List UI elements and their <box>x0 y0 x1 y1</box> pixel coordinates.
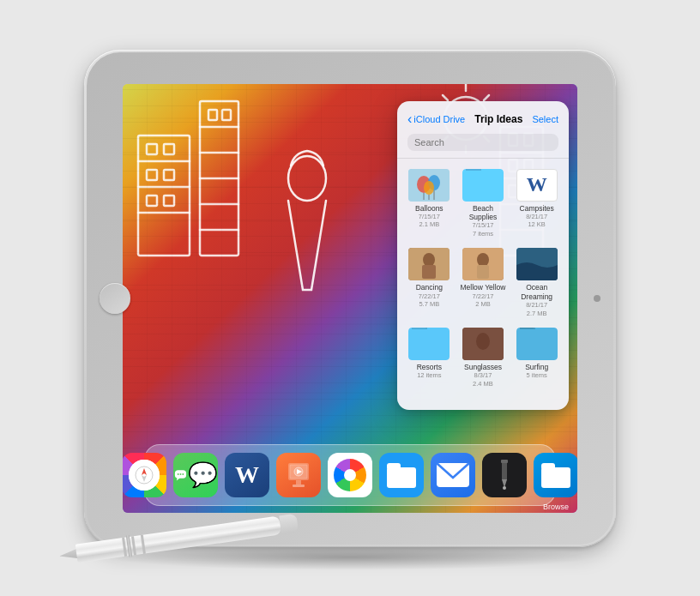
panel-header: iCloud Drive Trip Ideas Select <box>397 101 569 159</box>
sunglasses-name: Sunglasses <box>464 363 502 371</box>
svg-rect-60 <box>296 480 301 485</box>
photos-icon[interactable] <box>328 453 372 497</box>
balloons-thumb <box>408 169 450 202</box>
files-icon[interactable] <box>379 453 424 497</box>
files-app[interactable] <box>379 453 424 497</box>
surfing-name: Surfing <box>525 363 548 371</box>
file-item-resorts[interactable]: Resorts 12 items <box>404 324 455 392</box>
word-icon[interactable]: W <box>225 453 269 497</box>
mellow-name: Mellow Yellow <box>461 283 506 292</box>
ocean-thumb <box>516 248 558 280</box>
svg-rect-69 <box>501 460 508 463</box>
svg-point-56 <box>180 473 182 475</box>
browse-app[interactable]: Browse <box>534 453 577 497</box>
svg-rect-71 <box>541 467 570 488</box>
mellow-size: 2 MB <box>475 300 491 309</box>
svg-point-57 <box>182 473 184 475</box>
word-app[interactable]: W <box>225 453 269 497</box>
file-item-mellow-yellow[interactable]: Mellow Yellow 7/22/17 2 MB <box>458 244 509 321</box>
svg-point-55 <box>178 473 179 475</box>
beach-supplies-icon <box>462 169 504 202</box>
ocean-name: Ocean Dreaming <box>513 283 560 300</box>
svg-marker-51 <box>142 468 147 475</box>
surfing-icon <box>516 328 558 360</box>
ocean-size: 2.7 MB <box>527 310 547 318</box>
home-button[interactable] <box>100 283 130 314</box>
balloons-size: 2.1 MB <box>419 220 439 229</box>
ink-app[interactable] <box>482 453 527 497</box>
svg-point-84 <box>477 253 489 267</box>
svg-rect-85 <box>477 265 489 279</box>
ipad-screen: W <box>123 84 577 513</box>
mail-app[interactable] <box>431 453 475 497</box>
balloons-date: 7/15/17 <box>419 213 440 221</box>
campsites-icon: W <box>516 169 558 202</box>
svg-rect-82 <box>422 265 436 279</box>
sunglasses-date: 8/3/17 <box>474 371 492 380</box>
campsites-date: 8/21/17 <box>526 213 547 221</box>
icloud-panel: iCloud Drive Trip Ideas Select <box>397 101 569 410</box>
scene: W <box>0 0 700 596</box>
pencil-end <box>279 514 299 535</box>
mail-icon[interactable] <box>431 453 475 497</box>
file-item-beach-supplies[interactable]: Beach Supplies 7/15/17 7 items <box>458 166 509 242</box>
file-item-ocean-dreaming[interactable]: Ocean Dreaming 8/21/17 2.7 MB <box>511 244 562 321</box>
beach-size: 7 items <box>473 230 493 238</box>
word-letter: W <box>235 461 259 489</box>
photos-app[interactable] <box>328 453 372 497</box>
file-item-campsites[interactable]: W Campsites 8/21/17 12 KB <box>511 166 562 242</box>
ocean-date: 8/21/17 <box>526 301 547 310</box>
campsites-size: 12 KB <box>528 220 545 229</box>
camera-dot <box>594 295 600 302</box>
browse-icon[interactable] <box>534 453 577 497</box>
mellow-date: 7/22/17 <box>472 292 493 301</box>
file-item-dancing[interactable]: Dancing 7/22/17 5.7 MB <box>404 244 455 321</box>
beach-name: Beach Supplies <box>460 204 507 221</box>
keynote-app[interactable] <box>276 453 321 497</box>
svg-rect-64 <box>387 467 416 488</box>
dock: W <box>144 444 556 506</box>
dancing-date: 7/22/17 <box>419 292 440 301</box>
svg-rect-65 <box>387 463 401 470</box>
messages-app[interactable] <box>173 453 218 497</box>
ipad-shell: W <box>84 50 616 547</box>
browse-label: Browse <box>534 503 577 511</box>
file-item-balloons[interactable]: Balloons 7/15/17 2.1 MB <box>404 166 455 242</box>
dancing-name: Dancing <box>416 283 443 292</box>
panel-back-button[interactable]: iCloud Drive <box>407 111 465 127</box>
resorts-icon <box>408 328 450 360</box>
beach-date: 7/15/17 <box>472 221 493 230</box>
resorts-size: 12 items <box>417 371 441 380</box>
panel-search-input[interactable] <box>407 134 558 151</box>
svg-rect-72 <box>541 463 555 470</box>
panel-file-grid: Balloons 7/15/17 2.1 MB Beach Supplies 7… <box>397 159 569 399</box>
balloons-name: Balloons <box>415 204 444 213</box>
photos-wheel <box>334 459 366 491</box>
svg-marker-52 <box>142 475 147 482</box>
svg-point-70 <box>503 486 506 490</box>
sunglasses-thumb <box>462 328 504 360</box>
file-item-surfing[interactable]: Surfing 5 items <box>511 324 562 392</box>
file-item-sunglasses[interactable]: Sunglasses 8/3/17 2.4 MB <box>458 324 509 392</box>
panel-select-button[interactable]: Select <box>532 114 558 124</box>
svg-point-88 <box>476 333 490 350</box>
safari-app[interactable] <box>123 453 166 497</box>
keynote-icon[interactable] <box>276 453 321 497</box>
resorts-name: Resorts <box>417 363 442 371</box>
safari-icon[interactable] <box>123 453 166 497</box>
svg-rect-67 <box>502 461 507 481</box>
surfing-size: 5 items <box>527 371 547 380</box>
panel-nav: iCloud Drive Trip Ideas Select <box>407 111 558 127</box>
svg-point-76 <box>424 181 434 195</box>
mellow-thumb <box>462 248 504 280</box>
sunglasses-size: 2.4 MB <box>473 380 493 388</box>
dancing-size: 5.7 MB <box>419 300 439 309</box>
campsites-word-letter: W <box>527 173 547 196</box>
ink-icon[interactable] <box>482 453 527 497</box>
svg-point-81 <box>423 253 435 267</box>
dancing-thumb <box>408 248 450 280</box>
messages-icon[interactable] <box>173 453 218 497</box>
svg-rect-61 <box>293 485 305 487</box>
campsites-name: Campsites <box>520 204 554 213</box>
panel-title: Trip Ideas <box>474 113 522 125</box>
